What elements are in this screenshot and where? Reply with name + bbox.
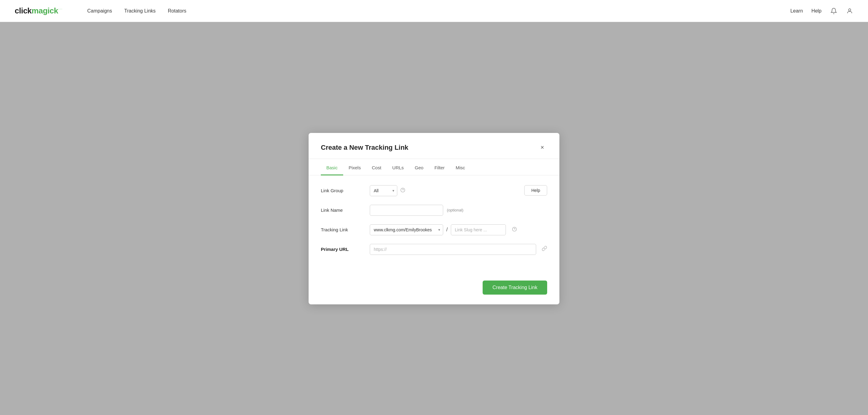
logo: clickmagick··· xyxy=(15,6,63,15)
tab-urls[interactable]: URLs xyxy=(387,159,409,175)
primary-url-label: Primary URL xyxy=(321,247,370,252)
slug-input[interactable] xyxy=(451,224,506,235)
nav-help[interactable]: Help xyxy=(811,8,822,14)
nav-links: Campaigns Tracking Links Rotators xyxy=(87,8,790,14)
tab-pixels[interactable]: Pixels xyxy=(343,159,366,175)
modal: Create a New Tracking Link × Basic Pixel… xyxy=(309,133,559,304)
svg-point-0 xyxy=(848,8,850,11)
primary-url-row: Primary URL xyxy=(321,244,547,255)
tracking-link-controls: www.clkmg.com/EmilyBrookes ▾ / xyxy=(370,224,517,235)
slash-divider: / xyxy=(446,227,448,233)
nav-campaigns[interactable]: Campaigns xyxy=(87,8,112,14)
chain-icon[interactable] xyxy=(542,246,547,253)
modal-header: Create a New Tracking Link × xyxy=(309,133,559,159)
link-group-select[interactable]: All xyxy=(370,185,397,196)
nav-learn[interactable]: Learn xyxy=(790,8,803,14)
modal-footer: Create Tracking Link xyxy=(309,276,559,304)
tab-misc[interactable]: Misc xyxy=(450,159,471,175)
bell-icon[interactable] xyxy=(830,7,837,15)
link-name-row: Link Name (optional) xyxy=(321,205,547,216)
link-group-row: Link Group All ▾ xyxy=(321,185,547,196)
modal-body: Help Link Group All ▾ xyxy=(309,175,559,276)
slug-help-icon[interactable] xyxy=(512,227,517,233)
tab-geo[interactable]: Geo xyxy=(409,159,429,175)
primary-url-input[interactable] xyxy=(370,244,536,255)
logo-click-text: click xyxy=(15,6,31,15)
tracking-domain-select[interactable]: www.clkmg.com/EmilyBrookes xyxy=(370,224,443,235)
tab-basic[interactable]: Basic xyxy=(321,159,343,175)
nav-rotators[interactable]: Rotators xyxy=(168,8,186,14)
tab-cost[interactable]: Cost xyxy=(366,159,387,175)
link-name-input[interactable] xyxy=(370,205,443,216)
logo-dots: ··· xyxy=(58,7,63,11)
optional-text: (optional) xyxy=(447,208,463,212)
tracking-link-label: Tracking Link xyxy=(321,227,370,232)
logo-magick-text: magick xyxy=(31,6,58,15)
tracking-domain-wrapper: www.clkmg.com/EmilyBrookes ▾ xyxy=(370,224,443,235)
tab-filter[interactable]: Filter xyxy=(429,159,450,175)
main-area: Create a New Tracking Link × Basic Pixel… xyxy=(0,22,868,415)
link-group-label: Link Group xyxy=(321,188,370,193)
navbar: clickmagick··· Campaigns Tracking Links … xyxy=(0,0,868,22)
user-icon[interactable] xyxy=(846,7,853,15)
link-group-select-wrapper: All ▾ xyxy=(370,185,397,196)
modal-title: Create a New Tracking Link xyxy=(321,144,408,151)
nav-tracking-links[interactable]: Tracking Links xyxy=(124,8,156,14)
link-name-label: Link Name xyxy=(321,207,370,213)
create-tracking-link-button[interactable]: Create Tracking Link xyxy=(483,281,547,295)
link-group-help-icon[interactable] xyxy=(400,187,405,194)
nav-right: Learn Help xyxy=(790,7,853,15)
tabs-bar: Basic Pixels Cost URLs Geo Filter Misc xyxy=(309,159,559,175)
help-button[interactable]: Help xyxy=(524,185,547,196)
close-button[interactable]: × xyxy=(537,143,547,152)
primary-url-controls xyxy=(370,244,547,255)
tracking-link-row: Tracking Link www.clkmg.com/EmilyBrookes… xyxy=(321,224,547,235)
